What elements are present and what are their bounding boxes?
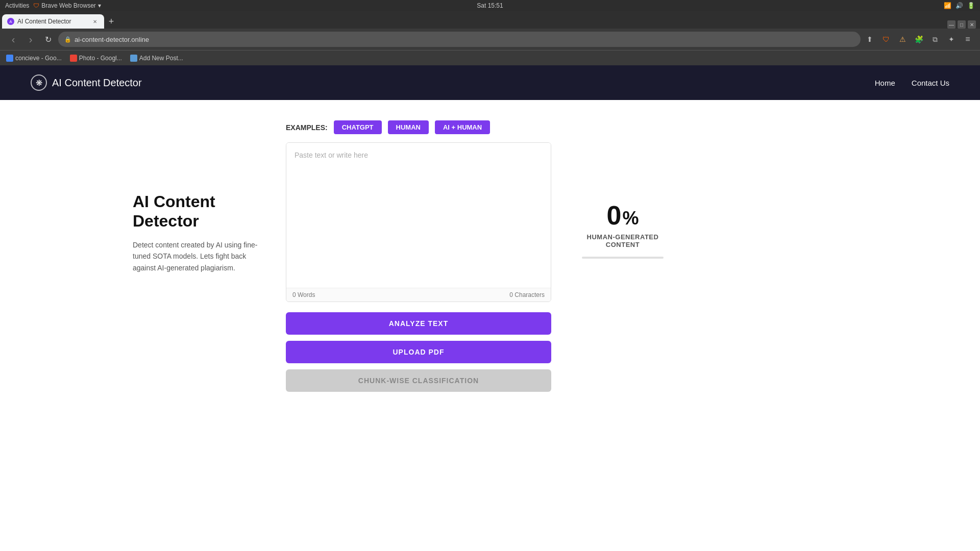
nav-contact[interactable]: Contact Us: [912, 79, 949, 87]
percentage-container: 0 %: [607, 202, 639, 229]
bookmark-favicon-concieve: [6, 55, 13, 62]
new-tab-button[interactable]: +: [104, 14, 118, 29]
word-count: 0 Words: [292, 291, 315, 298]
nav-home[interactable]: Home: [875, 79, 895, 87]
logo-text: AI Content Detector: [52, 77, 142, 89]
bookmarks-bar: concieve - Goo... Photo - Googl... Add N…: [0, 50, 980, 65]
content-type-line1: HUMAN-GENERATED: [587, 233, 659, 241]
brave-shield-toolbar[interactable]: 🛡: [880, 33, 892, 45]
examples-label: EXAMPLES:: [286, 123, 328, 132]
percentage-value: 0: [607, 202, 622, 229]
forward-button[interactable]: ›: [23, 32, 38, 46]
content-wrapper: AI Content Detector Detect content creat…: [133, 120, 847, 392]
warning-icon[interactable]: ⚠: [896, 33, 909, 45]
close-button[interactable]: ✕: [968, 20, 976, 29]
action-buttons: ANALYZE TEXT UPLOAD PDF CHUNK-WISE CLASS…: [286, 312, 551, 392]
leo-icon[interactable]: ✦: [945, 33, 958, 45]
left-panel: AI Content Detector Detect content creat…: [133, 120, 265, 273]
lock-icon: 🔒: [64, 36, 71, 43]
address-bar[interactable]: 🔒 ai-content-detector.online: [58, 32, 861, 47]
browser-name-label: 🛡 Brave Web Browser ▾: [33, 2, 101, 9]
site-logo: ❋ AI Content Detector: [31, 74, 875, 91]
logo-icon: ❋: [31, 74, 47, 91]
analyze-text-button[interactable]: ANALYZE TEXT: [286, 312, 551, 335]
examples-row: EXAMPLES: CHATGPT HUMAN AI + HUMAN: [286, 120, 551, 134]
menu-icon[interactable]: ≡: [962, 33, 974, 45]
browser-chrome: A AI Content Detector ✕ + — □ ✕ ‹ › ↻ 🔒 …: [0, 11, 980, 65]
share-icon[interactable]: ⬆: [864, 33, 876, 45]
left-panel-heading: AI Content Detector: [133, 192, 265, 231]
content-type-line2: CONTENT: [606, 241, 640, 248]
nav-links: Home Contact Us: [875, 79, 949, 87]
center-panel: EXAMPLES: CHATGPT HUMAN AI + HUMAN 0 Wor…: [286, 120, 551, 392]
tab-close-button[interactable]: ✕: [91, 17, 99, 26]
tab-bar: A AI Content Detector ✕ + — □ ✕: [0, 11, 980, 29]
brave-icon: 🛡: [33, 2, 39, 9]
example-ai-human-button[interactable]: AI + HUMAN: [435, 120, 490, 134]
char-count: 0 Characters: [509, 291, 545, 298]
percentage-sign: %: [622, 208, 639, 229]
left-panel-description: Detect content created by AI using fine-…: [133, 239, 265, 273]
bookmark-concieve[interactable]: concieve - Goo...: [6, 55, 62, 62]
toolbar-right: ⬆ 🛡 ⚠ 🧩 ⧉ ✦ ≡: [864, 33, 974, 45]
maximize-button[interactable]: □: [958, 20, 966, 29]
main-content: AI Content Detector Detect content creat…: [0, 100, 980, 412]
tab-title: AI Content Detector: [17, 18, 88, 25]
example-human-button[interactable]: HUMAN: [388, 120, 429, 134]
os-bar: Activities 🛡 Brave Web Browser ▾ Sat 15:…: [0, 0, 980, 11]
sidebar-icon[interactable]: ⧉: [929, 33, 941, 45]
browser-toolbar: ‹ › ↻ 🔒 ai-content-detector.online ⬆ 🛡 ⚠…: [0, 29, 980, 50]
bookmark-favicon-post: [130, 55, 137, 62]
example-chatgpt-button[interactable]: CHATGPT: [334, 120, 382, 134]
wifi-icon: 📶: [944, 2, 951, 9]
website: ❋ AI Content Detector Home Contact Us AI…: [0, 65, 980, 551]
human-generated-label: HUMAN-GENERATED CONTENT: [587, 233, 659, 248]
back-button[interactable]: ‹: [6, 32, 20, 46]
tab-favicon: A: [7, 18, 14, 25]
browser-tab[interactable]: A AI Content Detector ✕: [2, 14, 104, 29]
text-input[interactable]: [286, 143, 551, 286]
os-taskbar-left: Activities 🛡 Brave Web Browser ▾: [5, 2, 101, 9]
progress-bar: [582, 257, 664, 259]
address-text: ai-content-detector.online: [75, 36, 149, 43]
window-controls: — □ ✕: [947, 20, 980, 29]
right-panel: 0 % HUMAN-GENERATED CONTENT: [572, 120, 674, 259]
os-clock: Sat 15:51: [477, 2, 503, 9]
extensions-icon[interactable]: 🧩: [913, 33, 925, 45]
bookmark-favicon-photo: [70, 55, 77, 62]
os-status-icons: 📶 🔊 🔋: [944, 2, 975, 9]
chunk-wise-button: CHUNK-WISE CLASSIFICATION: [286, 369, 551, 392]
bookmark-add-post[interactable]: Add New Post...: [130, 55, 183, 62]
battery-icon: 🔋: [967, 2, 975, 9]
site-navigation: ❋ AI Content Detector Home Contact Us: [0, 65, 980, 100]
activities-label[interactable]: Activities: [5, 2, 29, 9]
minimize-button[interactable]: —: [947, 20, 955, 29]
text-area-container: 0 Words 0 Characters: [286, 142, 551, 302]
upload-pdf-button[interactable]: UPLOAD PDF: [286, 341, 551, 363]
textarea-stats: 0 Words 0 Characters: [286, 288, 551, 302]
bookmark-photo[interactable]: Photo - Googl...: [70, 55, 122, 62]
volume-icon: 🔊: [955, 2, 963, 9]
reload-button[interactable]: ↻: [41, 32, 55, 46]
